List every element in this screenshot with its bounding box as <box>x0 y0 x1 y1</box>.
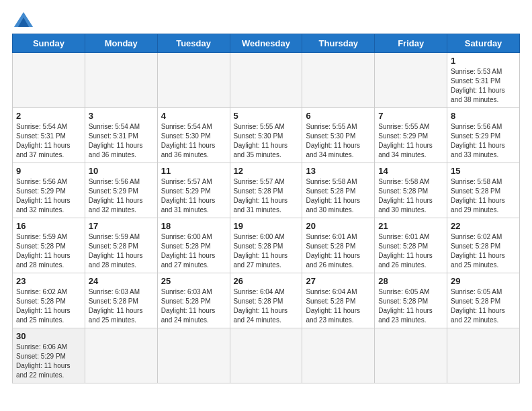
day-number: 28 <box>378 276 443 286</box>
calendar-cell <box>447 328 520 383</box>
day-info: Sunrise: 6:05 AM Sunset: 5:28 PM Dayligh… <box>378 287 443 325</box>
calendar-cell: 10Sunrise: 5:56 AM Sunset: 5:29 PM Dayli… <box>85 163 157 218</box>
calendar-cell: 15Sunrise: 5:58 AM Sunset: 5:28 PM Dayli… <box>447 163 520 218</box>
calendar-week-row: 9Sunrise: 5:56 AM Sunset: 5:29 PM Daylig… <box>13 163 520 218</box>
calendar-cell <box>157 53 230 108</box>
day-number: 3 <box>89 111 154 121</box>
calendar-cell: 24Sunrise: 6:03 AM Sunset: 5:28 PM Dayli… <box>85 273 157 328</box>
day-info: Sunrise: 5:55 AM Sunset: 5:30 PM Dayligh… <box>306 122 371 160</box>
day-info: Sunrise: 5:58 AM Sunset: 5:28 PM Dayligh… <box>378 177 443 215</box>
page: SundayMondayTuesdayWednesdayThursdayFrid… <box>0 0 532 390</box>
day-info: Sunrise: 5:59 AM Sunset: 5:28 PM Dayligh… <box>16 232 81 270</box>
day-info: Sunrise: 5:54 AM Sunset: 5:31 PM Dayligh… <box>16 122 81 160</box>
calendar-week-row: 2Sunrise: 5:54 AM Sunset: 5:31 PM Daylig… <box>13 108 520 163</box>
day-number: 6 <box>306 111 371 121</box>
calendar-cell <box>13 53 85 108</box>
calendar-cell: 7Sunrise: 5:55 AM Sunset: 5:29 PM Daylig… <box>375 108 447 163</box>
calendar-cell: 23Sunrise: 6:02 AM Sunset: 5:28 PM Dayli… <box>13 273 85 328</box>
day-number: 4 <box>161 111 226 121</box>
day-number: 7 <box>378 111 443 121</box>
calendar-cell: 8Sunrise: 5:56 AM Sunset: 5:29 PM Daylig… <box>447 108 520 163</box>
day-info: Sunrise: 5:57 AM Sunset: 5:29 PM Dayligh… <box>161 177 226 215</box>
weekday-header-friday: Friday <box>375 34 447 53</box>
day-info: Sunrise: 6:04 AM Sunset: 5:28 PM Dayligh… <box>234 287 299 325</box>
weekday-header-row: SundayMondayTuesdayWednesdayThursdayFrid… <box>13 34 520 53</box>
calendar-week-row: 1Sunrise: 5:53 AM Sunset: 5:31 PM Daylig… <box>13 53 520 108</box>
weekday-header-monday: Monday <box>85 34 157 53</box>
day-number: 5 <box>234 111 299 121</box>
calendar-cell: 2Sunrise: 5:54 AM Sunset: 5:31 PM Daylig… <box>13 108 85 163</box>
calendar-cell: 5Sunrise: 5:55 AM Sunset: 5:30 PM Daylig… <box>230 108 302 163</box>
calendar-cell: 14Sunrise: 5:58 AM Sunset: 5:28 PM Dayli… <box>375 163 447 218</box>
day-number: 15 <box>451 166 516 176</box>
weekday-header-wednesday: Wednesday <box>230 34 302 53</box>
day-number: 23 <box>16 276 81 286</box>
calendar-week-row: 23Sunrise: 6:02 AM Sunset: 5:28 PM Dayli… <box>13 273 520 328</box>
day-info: Sunrise: 5:59 AM Sunset: 5:28 PM Dayligh… <box>89 232 154 270</box>
calendar-table: SundayMondayTuesdayWednesdayThursdayFrid… <box>12 34 520 383</box>
calendar-cell: 26Sunrise: 6:04 AM Sunset: 5:28 PM Dayli… <box>230 273 302 328</box>
day-number: 30 <box>16 331 81 341</box>
calendar-cell: 21Sunrise: 6:01 AM Sunset: 5:28 PM Dayli… <box>375 218 447 273</box>
day-number: 9 <box>16 166 81 176</box>
day-info: Sunrise: 6:01 AM Sunset: 5:28 PM Dayligh… <box>306 232 371 270</box>
calendar-cell: 25Sunrise: 6:03 AM Sunset: 5:28 PM Dayli… <box>157 273 230 328</box>
calendar-cell: 12Sunrise: 5:57 AM Sunset: 5:28 PM Dayli… <box>230 163 302 218</box>
day-info: Sunrise: 5:56 AM Sunset: 5:29 PM Dayligh… <box>16 177 81 215</box>
day-number: 2 <box>16 111 81 121</box>
day-info: Sunrise: 6:03 AM Sunset: 5:28 PM Dayligh… <box>89 287 154 325</box>
calendar-cell <box>157 328 230 383</box>
day-info: Sunrise: 6:02 AM Sunset: 5:28 PM Dayligh… <box>451 232 516 270</box>
day-number: 12 <box>234 166 299 176</box>
day-number: 21 <box>378 221 443 231</box>
calendar-cell: 4Sunrise: 5:54 AM Sunset: 5:30 PM Daylig… <box>157 108 230 163</box>
calendar-week-row: 16Sunrise: 5:59 AM Sunset: 5:28 PM Dayli… <box>13 218 520 273</box>
day-number: 29 <box>451 276 516 286</box>
day-info: Sunrise: 5:56 AM Sunset: 5:29 PM Dayligh… <box>89 177 154 215</box>
day-info: Sunrise: 5:58 AM Sunset: 5:28 PM Dayligh… <box>451 177 516 215</box>
calendar-cell: 28Sunrise: 6:05 AM Sunset: 5:28 PM Dayli… <box>375 273 447 328</box>
calendar-cell: 9Sunrise: 5:56 AM Sunset: 5:29 PM Daylig… <box>13 163 85 218</box>
weekday-header-sunday: Sunday <box>13 34 85 53</box>
calendar-cell: 29Sunrise: 6:05 AM Sunset: 5:28 PM Dayli… <box>447 273 520 328</box>
day-info: Sunrise: 6:01 AM Sunset: 5:28 PM Dayligh… <box>378 232 443 270</box>
calendar-cell <box>85 328 157 383</box>
calendar-cell: 13Sunrise: 5:58 AM Sunset: 5:28 PM Dayli… <box>302 163 375 218</box>
day-info: Sunrise: 5:57 AM Sunset: 5:28 PM Dayligh… <box>234 177 299 215</box>
calendar-cell: 11Sunrise: 5:57 AM Sunset: 5:29 PM Dayli… <box>157 163 230 218</box>
day-info: Sunrise: 5:55 AM Sunset: 5:29 PM Dayligh… <box>378 122 443 160</box>
logo <box>12 12 33 27</box>
day-info: Sunrise: 6:06 AM Sunset: 5:29 PM Dayligh… <box>16 342 81 380</box>
calendar-cell: 27Sunrise: 6:04 AM Sunset: 5:28 PM Dayli… <box>302 273 375 328</box>
day-number: 8 <box>451 111 516 121</box>
calendar-cell: 6Sunrise: 5:55 AM Sunset: 5:30 PM Daylig… <box>302 108 375 163</box>
day-number: 24 <box>89 276 154 286</box>
calendar-cell: 16Sunrise: 5:59 AM Sunset: 5:28 PM Dayli… <box>13 218 85 273</box>
day-info: Sunrise: 5:54 AM Sunset: 5:30 PM Dayligh… <box>161 122 226 160</box>
calendar-cell: 30Sunrise: 6:06 AM Sunset: 5:29 PM Dayli… <box>13 328 85 383</box>
weekday-header-tuesday: Tuesday <box>157 34 230 53</box>
day-info: Sunrise: 5:58 AM Sunset: 5:28 PM Dayligh… <box>306 177 371 215</box>
calendar-cell <box>375 328 447 383</box>
calendar-cell: 1Sunrise: 5:53 AM Sunset: 5:31 PM Daylig… <box>447 53 520 108</box>
logo-icon <box>14 12 33 27</box>
day-number: 27 <box>306 276 371 286</box>
day-number: 22 <box>451 221 516 231</box>
day-number: 1 <box>451 56 516 66</box>
day-number: 13 <box>306 166 371 176</box>
day-number: 25 <box>161 276 226 286</box>
day-info: Sunrise: 6:00 AM Sunset: 5:28 PM Dayligh… <box>234 232 299 270</box>
calendar-cell <box>302 328 375 383</box>
day-number: 17 <box>89 221 154 231</box>
calendar-week-row: 30Sunrise: 6:06 AM Sunset: 5:29 PM Dayli… <box>13 328 520 383</box>
day-info: Sunrise: 6:04 AM Sunset: 5:28 PM Dayligh… <box>306 287 371 325</box>
day-number: 10 <box>89 166 154 176</box>
day-info: Sunrise: 6:03 AM Sunset: 5:28 PM Dayligh… <box>161 287 226 325</box>
calendar-cell: 19Sunrise: 6:00 AM Sunset: 5:28 PM Dayli… <box>230 218 302 273</box>
day-info: Sunrise: 6:05 AM Sunset: 5:28 PM Dayligh… <box>451 287 516 325</box>
calendar-cell <box>230 328 302 383</box>
calendar-cell <box>230 53 302 108</box>
day-number: 20 <box>306 221 371 231</box>
day-number: 19 <box>234 221 299 231</box>
day-number: 18 <box>161 221 226 231</box>
